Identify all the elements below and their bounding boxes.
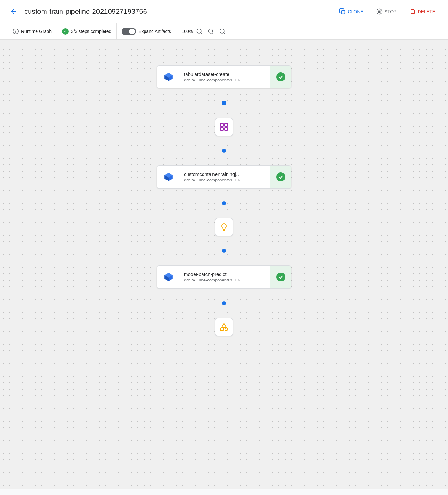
expand-artifacts-toggle[interactable]: Expand Artifacts [117, 23, 176, 39]
cube-icon-1 [163, 72, 174, 82]
back-button[interactable] [8, 6, 19, 17]
output-icon [219, 322, 229, 332]
line-5a [224, 289, 224, 301]
line-2a [224, 136, 224, 149]
node2-name: customcontainertrainingj… [184, 172, 267, 177]
stop-button[interactable]: STOP [371, 6, 402, 17]
line-4b [224, 253, 224, 265]
line-5b [224, 305, 224, 318]
node1-subtitle: gcr.io/…line-components:0.1.6 [184, 78, 267, 82]
pipeline-node-1[interactable]: tabulardataset-create gcr.io/…line-compo… [157, 65, 291, 88]
svg-rect-9 [225, 128, 228, 130]
node3-icon-area [157, 265, 180, 289]
dataset-icon [220, 122, 228, 131]
node2-icon-area [157, 165, 180, 189]
toolbar: i Runtime Graph ✓ 3/3 steps completed Ex… [0, 23, 448, 40]
cube-icon-2 [163, 172, 174, 182]
delete-button[interactable]: DELETE [404, 6, 440, 17]
pipeline-node-2[interactable]: customcontainertrainingj… gcr.io/…line-c… [157, 165, 291, 189]
header-actions: CLONE STOP DELETE [334, 6, 440, 17]
expand-artifacts-switch[interactable] [122, 28, 136, 35]
node1-success-icon [276, 72, 285, 81]
connector-5 [222, 289, 226, 318]
svg-rect-10 [220, 328, 223, 331]
line-4a [224, 236, 224, 249]
zoom-out-button[interactable] [206, 26, 216, 37]
model-icon [220, 222, 228, 231]
clone-icon [339, 8, 346, 15]
toggle-thumb [129, 29, 135, 34]
node1-icon-area [157, 65, 180, 88]
dot-1 [222, 101, 226, 105]
node2-info: customcontainertrainingj… gcr.io/…line-c… [180, 172, 270, 182]
pipeline-canvas: tabulardataset-create gcr.io/…line-compo… [0, 40, 448, 489]
connector-1 [222, 88, 226, 118]
stop-icon [376, 8, 383, 15]
node3-success-icon [276, 273, 285, 281]
steps-completed: ✓ 3/3 steps completed [57, 23, 117, 39]
runtime-graph-tab[interactable]: i Runtime Graph [8, 23, 57, 39]
line-3a [224, 189, 224, 201]
node3-name: model-batch-predict [184, 272, 267, 277]
svg-rect-0 [342, 10, 345, 14]
zoom-level: 100% [181, 29, 193, 34]
artifact-node-1[interactable] [215, 118, 233, 136]
svg-point-11 [225, 328, 228, 331]
steps-check-icon: ✓ [62, 28, 69, 35]
zoom-controls: 100% [176, 26, 233, 37]
page-title: custom-train-pipeline-20210927193756 [24, 7, 329, 16]
node3-status [270, 265, 291, 289]
zoom-in-button[interactable] [194, 26, 204, 37]
node1-name: tabulardataset-create [184, 71, 267, 77]
line-2b [224, 153, 224, 165]
delete-icon [410, 8, 416, 15]
dot-4 [222, 249, 226, 253]
dot-2 [222, 149, 226, 153]
artifact-node-2[interactable] [215, 218, 233, 236]
node2-status [270, 165, 291, 189]
svg-rect-8 [220, 128, 223, 130]
connector-4 [222, 236, 226, 265]
node1-status [270, 65, 291, 88]
svg-rect-2 [378, 10, 380, 13]
pipeline-flow: tabulardataset-create gcr.io/…line-compo… [157, 65, 291, 336]
node2-success-icon [276, 172, 285, 181]
connector-2 [222, 136, 226, 165]
svg-rect-6 [220, 123, 223, 126]
pipeline-node-3[interactable]: model-batch-predict gcr.io/…line-compone… [157, 265, 291, 289]
zoom-fit-button[interactable] [217, 26, 228, 37]
line-1a [224, 88, 224, 101]
svg-rect-7 [225, 123, 228, 126]
zoom-in-icon [196, 28, 203, 35]
connector-3 [222, 189, 226, 218]
toggle-container [122, 28, 136, 35]
zoom-out-icon [208, 28, 214, 35]
dot-5 [222, 301, 226, 305]
line-1b [224, 105, 224, 118]
clone-button[interactable]: CLONE [334, 6, 368, 17]
node2-subtitle: gcr.io/…line-components:0.1.6 [184, 178, 267, 182]
info-icon: i [13, 29, 19, 34]
zoom-fit-icon [219, 28, 226, 35]
cube-icon-3 [163, 272, 174, 282]
artifact-node-3[interactable] [215, 318, 233, 336]
header: custom-train-pipeline-20210927193756 CLO… [0, 0, 448, 23]
dot-3 [222, 201, 226, 205]
line-3b [224, 205, 224, 218]
node1-info: tabulardataset-create gcr.io/…line-compo… [180, 71, 270, 82]
node3-info: model-batch-predict gcr.io/…line-compone… [180, 272, 270, 282]
node3-subtitle: gcr.io/…line-components:0.1.6 [184, 278, 267, 282]
